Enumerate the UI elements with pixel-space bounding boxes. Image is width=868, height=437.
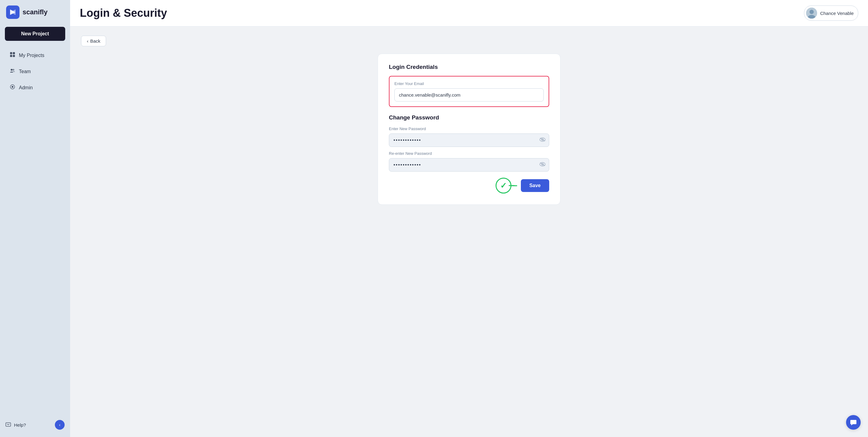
sidebar-item-team[interactable]: Team xyxy=(3,64,67,79)
checkmark-icon: ✓ xyxy=(500,181,507,190)
toggle-new-password-icon[interactable] xyxy=(539,137,546,143)
page-body: ‹ Back Login Credentials Enter Your Emai… xyxy=(70,27,868,437)
new-project-button[interactable]: New Project xyxy=(5,27,65,41)
svg-point-4 xyxy=(11,69,12,71)
chat-bubble-button[interactable] xyxy=(846,415,861,430)
logo-icon xyxy=(6,5,20,19)
toggle-reenter-password-icon[interactable] xyxy=(539,162,546,168)
sidebar-bottom: Help? ‹ xyxy=(0,420,70,430)
logo-text: scanifly xyxy=(23,8,48,16)
team-icon xyxy=(10,68,15,75)
help-label: Help? xyxy=(14,423,26,428)
admin-icon xyxy=(10,84,15,91)
sidebar-item-label: Admin xyxy=(19,85,33,91)
svg-rect-8 xyxy=(6,423,11,426)
svg-point-5 xyxy=(12,69,14,71)
logo-area: scanifly xyxy=(0,0,70,24)
success-check-icon: ✓ xyxy=(496,178,512,193)
user-name: Chance Venable xyxy=(820,11,854,16)
back-chevron-icon: ‹ xyxy=(87,38,88,43)
svg-point-7 xyxy=(11,86,13,88)
change-password-title: Change Password xyxy=(389,114,549,121)
header: Login & Security Chance Venable xyxy=(70,0,868,27)
svg-rect-3 xyxy=(13,55,15,57)
svg-rect-1 xyxy=(13,52,15,54)
sidebar-item-label: Team xyxy=(19,69,31,74)
user-avatar[interactable]: Chance Venable xyxy=(804,5,858,21)
email-section: Enter Your Email xyxy=(389,76,549,107)
collapse-button[interactable]: ‹ xyxy=(55,420,65,430)
sidebar-nav: My Projects Team Admin xyxy=(0,47,70,96)
sidebar: scanifly New Project My Projects xyxy=(0,0,70,437)
svg-rect-0 xyxy=(10,52,12,54)
reenter-password-field[interactable] xyxy=(389,158,549,171)
email-label: Enter Your Email xyxy=(394,81,544,86)
new-password-field[interactable] xyxy=(389,133,549,147)
success-indicator: ✓ xyxy=(496,178,517,193)
back-button[interactable]: ‹ Back xyxy=(81,36,106,46)
sidebar-item-admin[interactable]: Admin xyxy=(3,80,67,95)
back-label: Back xyxy=(90,38,100,43)
collapse-icon: ‹ xyxy=(59,423,61,427)
projects-icon xyxy=(10,52,15,59)
sidebar-item-label: My Projects xyxy=(19,53,44,58)
login-security-card: Login Credentials Enter Your Email Chang… xyxy=(378,54,560,205)
card-footer: ✓ Save xyxy=(389,178,549,193)
password-section: Change Password Enter New Password Re-en… xyxy=(389,114,549,171)
save-button[interactable]: Save xyxy=(521,179,549,192)
main-content: Login & Security Chance Venable ‹ Back L… xyxy=(70,0,868,437)
reenter-password-wrap xyxy=(389,158,549,171)
new-password-wrap xyxy=(389,133,549,147)
avatar-image xyxy=(806,8,817,19)
new-password-label: Enter New Password xyxy=(389,126,549,131)
svg-point-10 xyxy=(809,10,814,14)
help-button[interactable]: Help? xyxy=(5,422,26,428)
email-field[interactable] xyxy=(394,88,544,101)
help-icon xyxy=(5,422,11,428)
login-credentials-title: Login Credentials xyxy=(389,64,549,70)
page-title: Login & Security xyxy=(80,7,167,20)
sidebar-item-my-projects[interactable]: My Projects xyxy=(3,48,67,63)
svg-rect-2 xyxy=(10,55,12,57)
reenter-password-label: Re-enter New Password xyxy=(389,151,549,156)
